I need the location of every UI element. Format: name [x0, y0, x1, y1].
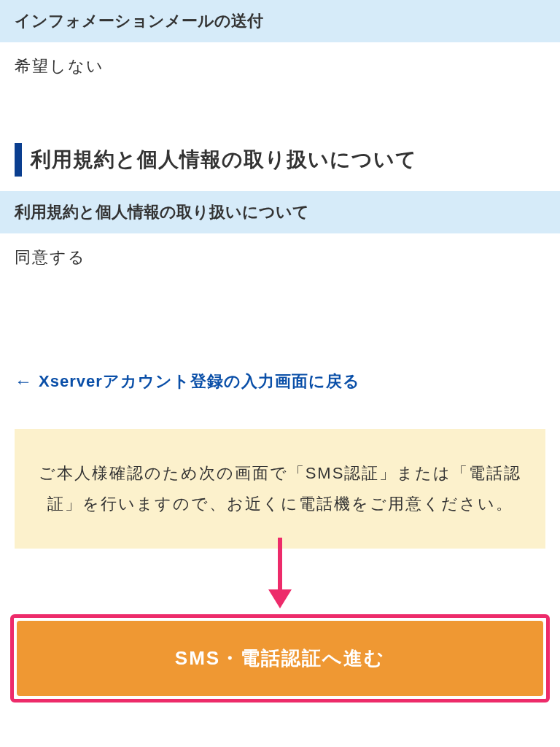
terms-header-text: 利用規約と個人情報の取り扱いについて	[15, 203, 309, 221]
arrow-down-indicator	[0, 549, 560, 614]
back-link-text: Xserverアカウント登録の入力画面に戻る	[39, 371, 360, 392]
verification-notice-text: ご本人様確認のため次の画面で「SMS認証」または「電話認証」を行いますので、お近…	[39, 464, 522, 513]
info-mail-value: 希望しない	[0, 42, 560, 107]
back-link[interactable]: ← Xserverアカウント登録の入力画面に戻る	[0, 356, 560, 407]
info-mail-header-text: インフォメーションメールの送付	[15, 12, 263, 30]
arrow-down-icon	[268, 589, 292, 608]
terms-title-text: 利用規約と個人情報の取り扱いについて	[31, 146, 417, 174]
info-mail-header: インフォメーションメールの送付	[0, 0, 560, 42]
terms-section-title: 利用規約と個人情報の取り扱いについて	[0, 143, 560, 177]
arrow-down-line	[278, 538, 282, 592]
verification-notice: ご本人様確認のため次の画面で「SMS認証」または「電話認証」を行いますので、お近…	[15, 429, 545, 549]
terms-header: 利用規約と個人情報の取り扱いについて	[0, 191, 560, 233]
sms-phone-verify-button[interactable]: SMS・電話認証へ進む	[17, 621, 543, 696]
info-mail-value-text: 希望しない	[15, 57, 104, 75]
terms-value: 同意する	[0, 233, 560, 298]
arrow-left-icon: ←	[15, 371, 33, 392]
title-accent-bar	[15, 143, 22, 177]
submit-button-label: SMS・電話認証へ進む	[175, 647, 385, 669]
submit-button-highlight: SMS・電話認証へ進む	[10, 614, 550, 703]
terms-value-text: 同意する	[15, 248, 86, 266]
